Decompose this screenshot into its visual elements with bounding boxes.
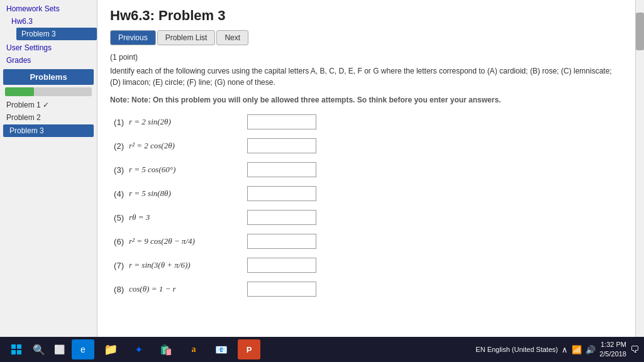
- description-text: Identify each of the following curves us…: [110, 65, 623, 88]
- problem-input-8[interactable]: [247, 282, 316, 297]
- windows-logo-icon: [11, 344, 21, 354]
- problem-num-7: (7): [110, 261, 124, 270]
- taskbar: 🔍 ⬜ e 📁 ✦ 🛍️ a 📧 P EN English (United St…: [0, 337, 644, 362]
- progress-bar-fill: [5, 87, 34, 96]
- sidebar-item-user-settings[interactable]: User Settings: [0, 41, 97, 54]
- sidebar-item-problem3-nav[interactable]: Problem 3: [16, 28, 97, 40]
- problem-num-2: (2): [110, 141, 124, 151]
- sidebar-item-problem3-active[interactable]: Problem 3: [3, 124, 94, 137]
- page-title: Hw6.3: Problem 3: [110, 8, 623, 24]
- sidebar-item-homework-sets[interactable]: Homework Sets: [0, 3, 97, 15]
- scrollbar[interactable]: [635, 0, 644, 337]
- note-label: Note:: [110, 96, 130, 104]
- next-button[interactable]: Next: [216, 30, 248, 45]
- main-content: Hw6.3: Problem 3 Previous Problem List N…: [97, 0, 635, 337]
- problem-row: (1) r = 2 sin(2θ): [110, 114, 623, 129]
- search-icon[interactable]: 🔍: [30, 341, 48, 358]
- edge-icon[interactable]: e: [72, 339, 94, 359]
- amazon-icon[interactable]: a: [182, 339, 205, 359]
- problem-num-3: (3): [110, 165, 124, 175]
- progress-bar-container: [5, 87, 92, 96]
- problem-input-7[interactable]: [247, 258, 316, 273]
- note-content: Note: On this problem you will only be a…: [131, 96, 501, 104]
- taskbar-date-display: 2/5/2018: [599, 349, 626, 359]
- problem-num-6: (6): [110, 237, 124, 246]
- problem-input-6[interactable]: [247, 234, 316, 249]
- problem-formula-6: r² = 9 cos(2θ − π/4): [129, 236, 242, 246]
- problem-formula-1: r = 2 sin(2θ): [129, 117, 242, 127]
- previous-button[interactable]: Previous: [110, 30, 156, 45]
- point-label: (1 point): [110, 52, 623, 63]
- language-icon[interactable]: EN English (United States): [475, 346, 558, 353]
- problem-input-2[interactable]: [247, 138, 316, 153]
- problem-formula-8: cos(θ) = 1 − r: [129, 284, 242, 294]
- problem-row: (7) r = sin(3(θ + π/6)): [110, 258, 623, 273]
- file-explorer-icon[interactable]: 📁: [99, 339, 122, 359]
- problem-row: (4) r = 5 sin(8θ): [110, 186, 623, 201]
- taskbar-clock[interactable]: 1:32 PM 2/5/2018: [599, 340, 626, 359]
- nav-buttons: Previous Problem List Next: [110, 30, 623, 45]
- problem-input-3[interactable]: [247, 162, 316, 177]
- problem-list: (1) r = 2 sin(2θ) (2) r² = 2 cos(2θ) (3)…: [110, 114, 623, 297]
- notification-icon[interactable]: 🗨: [630, 344, 639, 354]
- network-icon[interactable]: 📶: [572, 345, 582, 354]
- sidebar-item-grades[interactable]: Grades: [0, 54, 97, 67]
- problem-input-1[interactable]: [247, 114, 316, 129]
- system-tray: EN English (United States) ∧ 📶 🔊 1:32 PM…: [475, 340, 639, 359]
- problem-num-1: (1): [110, 118, 124, 127]
- sidebar-item-problem2[interactable]: Problem 2: [0, 111, 97, 124]
- task-view-icon[interactable]: ⬜: [50, 341, 68, 358]
- problem-formula-5: rθ = 3: [129, 212, 242, 222]
- problem-formula-7: r = sin(3(θ + π/6)): [129, 260, 242, 270]
- volume-icon[interactable]: 🔊: [586, 345, 596, 354]
- sidebar-item-problem1[interactable]: Problem 1 ✓: [0, 99, 97, 111]
- problems-button[interactable]: Problems: [3, 69, 94, 85]
- problem-list-button[interactable]: Problem List: [157, 30, 216, 45]
- unknown-app-icon[interactable]: 📧: [210, 339, 233, 359]
- sidebar: Homework Sets Hw6.3 Problem 3 User Setti…: [0, 0, 97, 337]
- problem-formula-4: r = 5 sin(8θ): [129, 189, 242, 199]
- problem-row: (3) r = 5 cos(60°): [110, 162, 623, 177]
- powerpoint-icon[interactable]: P: [238, 339, 260, 359]
- problem-row: (6) r² = 9 cos(2θ − π/4): [110, 234, 623, 249]
- windows-store-icon[interactable]: 🛍️: [155, 339, 177, 359]
- sidebar-item-hw63[interactable]: Hw6.3: [0, 15, 97, 28]
- dropbox-icon[interactable]: ✦: [127, 339, 150, 359]
- start-button[interactable]: [5, 339, 28, 359]
- problem-row: (8) cos(θ) = 1 − r: [110, 282, 623, 297]
- problem-row: (2) r² = 2 cos(2θ): [110, 138, 623, 153]
- scrollbar-thumb[interactable]: [636, 13, 644, 50]
- problem-num-4: (4): [110, 189, 124, 199]
- problem-input-4[interactable]: [247, 186, 316, 201]
- problem-formula-2: r² = 2 cos(2θ): [129, 141, 242, 151]
- note-text: Note: Note: On this problem you will onl…: [110, 96, 623, 104]
- problem-num-5: (5): [110, 213, 124, 222]
- problem-row: (5) rθ = 3: [110, 210, 623, 225]
- taskbar-time-display: 1:32 PM: [599, 340, 626, 349]
- problem-description: (1 point) Identify each of the following…: [110, 52, 623, 88]
- problem-num-8: (8): [110, 285, 124, 294]
- chevron-up-icon[interactable]: ∧: [562, 345, 568, 354]
- problem-input-5[interactable]: [247, 210, 316, 225]
- problem-formula-3: r = 5 cos(60°): [129, 165, 242, 175]
